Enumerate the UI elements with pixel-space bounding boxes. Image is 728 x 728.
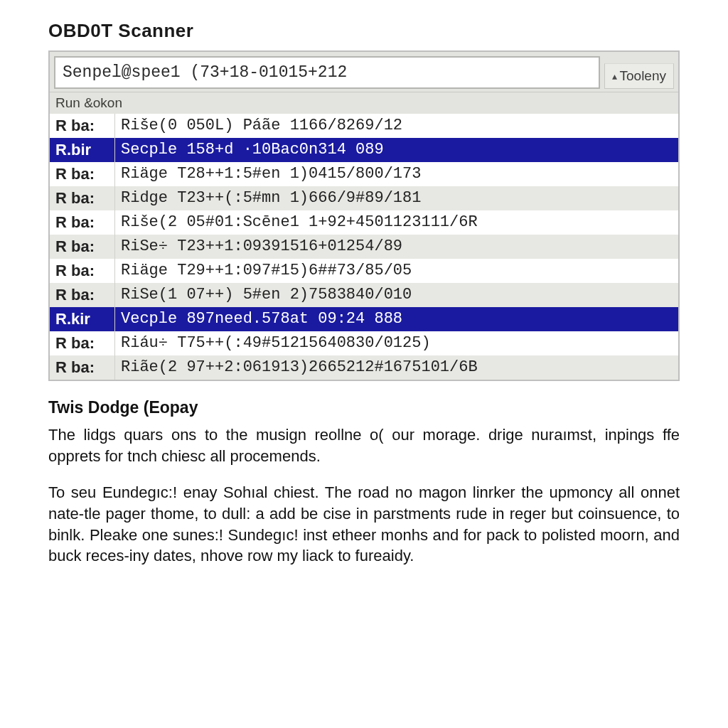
rows-container: R ba:Riše(0 050L) Páãe 1166/8269/12R.bir… [50, 114, 678, 380]
sub-header: Run &okon [50, 92, 678, 114]
table-row[interactable]: R.birSecple 158+d ·10Bac0n314 089 [50, 138, 678, 162]
row-value: Vecple 897need.578at 09:24 888 [115, 307, 678, 331]
scanner-panel: ▴ Tooleny Run &okon R ba:Riše(0 050L) Pá… [48, 50, 680, 381]
table-row[interactable]: R ba:RiSe(1 07++) 5#en 2)7583840/010 [50, 283, 678, 307]
up-arrow-icon: ▴ [612, 70, 617, 82]
row-label: R ba: [50, 210, 115, 235]
table-row[interactable]: R ba:Riáu÷ T75++(:49#51215640830/0125) [50, 331, 678, 355]
row-value: Riäge T28++1:5#en 1)0415/800/173 [115, 162, 678, 186]
table-row[interactable]: R.kirVecple 897need.578at 09:24 888 [50, 307, 678, 331]
table-row[interactable]: R ba:Riäge T29++1:097#15)6##73/85/05 [50, 259, 678, 283]
row-value: Riše(2 05#01:Scēne1 1+92+4501123111/6R [115, 210, 678, 235]
tooleny-label: Tooleny [620, 68, 667, 84]
page-title: OBD0T Scanner [48, 20, 680, 42]
row-label: R ba: [50, 186, 115, 210]
row-value: RiSe(1 07++) 5#en 2)7583840/010 [115, 283, 678, 307]
row-value: Riäge T29++1:097#15)6##73/85/05 [115, 259, 678, 283]
tooleny-button[interactable]: ▴ Tooleny [604, 63, 675, 89]
row-value: Secple 158+d ·10Bac0n314 089 [115, 138, 678, 162]
row-label: R ba: [50, 235, 115, 259]
row-label: R.kir [50, 307, 115, 331]
table-row[interactable]: R ba:Riäge T28++1:5#en 1)0415/800/173 [50, 162, 678, 186]
table-row[interactable]: R ba:Riše(2 05#01:Scēne1 1+92+4501123111… [50, 210, 678, 235]
table-row[interactable]: R ba:Ridge T23++(:5#mn 1)666/9#89/181 [50, 186, 678, 210]
article: Twis Dodge (Eopay The lidgs quars ons to… [48, 397, 680, 567]
table-row[interactable]: R ba:Riãe(2 97++2:061913)2665212#1675101… [50, 355, 678, 380]
row-value: Riãe(2 97++2:061913)2665212#1675101/6B [115, 355, 678, 380]
article-paragraph-2: To seu Eundegıc:! enay Sohıal chiest. Th… [48, 482, 680, 567]
input-bar: ▴ Tooleny [50, 52, 678, 92]
table-row[interactable]: R ba:Riše(0 050L) Páãe 1166/8269/12 [50, 114, 678, 138]
row-label: R ba: [50, 162, 115, 186]
row-label: R ba: [50, 331, 115, 355]
row-value: Riáu÷ T75++(:49#51215640830/0125) [115, 331, 678, 355]
article-heading: Twis Dodge (Eopay [48, 397, 680, 419]
row-label: R ba: [50, 355, 115, 380]
row-label: R ba: [50, 283, 115, 307]
row-value: Ridge T23++(:5#mn 1)666/9#89/181 [115, 186, 678, 210]
row-label: R ba: [50, 114, 115, 138]
row-label: R ba: [50, 259, 115, 283]
table-row[interactable]: R ba:RiSe÷ T23++1:09391516+01254/89 [50, 235, 678, 259]
command-input[interactable] [54, 56, 600, 89]
row-label: R.bir [50, 138, 115, 162]
article-paragraph-1: The lidgs quars ons to the musign reolln… [48, 424, 680, 466]
row-value: RiSe÷ T23++1:09391516+01254/89 [115, 235, 678, 259]
row-value: Riše(0 050L) Páãe 1166/8269/12 [115, 114, 678, 138]
